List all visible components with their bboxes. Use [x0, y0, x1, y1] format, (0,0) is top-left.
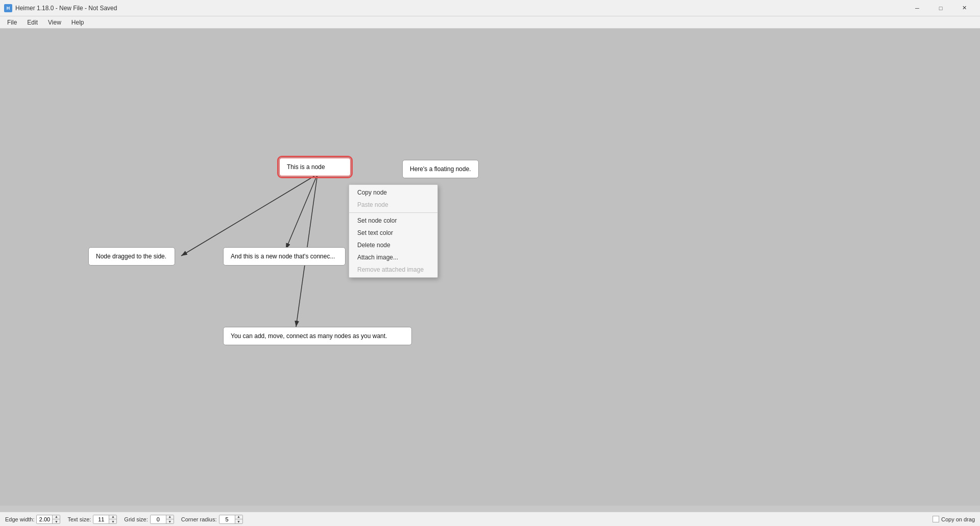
text-size-up[interactable]: ▲	[109, 515, 116, 519]
arrows-svg	[0, 29, 980, 506]
context-menu-separator-1	[349, 212, 437, 213]
grid-size-down[interactable]: ▼	[166, 519, 174, 524]
node-1-text: This is a node	[287, 163, 325, 171]
node-5-text: You can add, move, connect as many nodes…	[231, 332, 387, 340]
node-3[interactable]: Node dragged to the side.	[88, 247, 175, 266]
grid-size-label: Grid size:	[124, 516, 148, 522]
text-size-down[interactable]: ▼	[109, 519, 116, 524]
edge-width-input[interactable]	[37, 515, 52, 523]
minimize-button[interactable]: ─	[905, 0, 929, 16]
menu-help[interactable]: Help	[66, 18, 89, 27]
node-5[interactable]: You can add, move, connect as many nodes…	[223, 327, 412, 345]
text-size-label: Text size:	[67, 516, 91, 522]
edge-width-spinner[interactable]: ▲ ▼	[36, 515, 60, 524]
text-size-field: Text size: ▲ ▼	[67, 515, 117, 524]
svg-line-2	[286, 174, 317, 249]
statusbar: Edge width: ▲ ▼ Text size: ▲ ▼ Grid size…	[0, 512, 980, 526]
grid-size-input[interactable]	[151, 515, 166, 523]
maximize-button[interactable]: □	[929, 0, 952, 16]
edge-width-up[interactable]: ▲	[53, 515, 60, 519]
copy-on-drag-label: Copy on drag	[941, 516, 975, 522]
context-menu-set-text-color[interactable]: Set text color	[349, 227, 437, 239]
edge-width-spinner-btns: ▲ ▼	[52, 515, 60, 524]
node-1[interactable]: This is a node	[279, 158, 351, 176]
edge-width-down[interactable]: ▼	[53, 519, 60, 524]
context-menu-attach-image[interactable]: Attach image...	[349, 251, 437, 264]
corner-radius-input[interactable]	[219, 515, 235, 523]
context-menu-copy-node[interactable]: Copy node	[349, 186, 437, 199]
corner-radius-label: Corner radius:	[181, 516, 217, 522]
corner-radius-down[interactable]: ▼	[235, 519, 242, 524]
node-4[interactable]: And this is a new node that's connec...	[223, 247, 346, 266]
context-menu-delete-node[interactable]: Delete node	[349, 239, 437, 251]
edge-width-label: Edge width:	[5, 516, 34, 522]
grid-size-spinner[interactable]: ▲ ▼	[150, 515, 174, 524]
context-menu-set-node-color[interactable]: Set node color	[349, 214, 437, 227]
corner-radius-up[interactable]: ▲	[235, 515, 242, 519]
window-title: Heimer 1.18.0 - New File - Not Saved	[15, 5, 905, 12]
menubar: File Edit View Help	[0, 16, 980, 29]
corner-radius-spinner-btns: ▲ ▼	[235, 515, 242, 524]
copy-on-drag-checkbox[interactable]	[933, 516, 939, 522]
node-3-text: Node dragged to the side.	[96, 253, 166, 260]
text-size-input[interactable]	[93, 515, 109, 523]
edge-width-field: Edge width: ▲ ▼	[5, 515, 60, 524]
menu-file[interactable]: File	[2, 18, 22, 27]
text-size-spinner[interactable]: ▲ ▼	[93, 515, 117, 524]
text-size-spinner-btns: ▲ ▼	[109, 515, 116, 524]
canvas[interactable]: This is a node Here's a floating node. N…	[0, 29, 980, 506]
app-icon: H	[4, 4, 12, 12]
context-menu-paste-node: Paste node	[349, 199, 437, 211]
svg-line-1	[181, 174, 317, 256]
corner-radius-spinner[interactable]: ▲ ▼	[219, 515, 243, 524]
node-4-text: And this is a new node that's connec...	[231, 253, 335, 260]
menu-edit[interactable]: Edit	[22, 18, 43, 27]
close-button[interactable]: ✕	[952, 0, 976, 16]
corner-radius-field: Corner radius: ▲ ▼	[181, 515, 243, 524]
menu-view[interactable]: View	[43, 18, 66, 27]
context-menu-remove-attached-image: Remove attached image	[349, 264, 437, 276]
node-2[interactable]: Here's a floating node.	[402, 160, 479, 178]
grid-size-spinner-btns: ▲ ▼	[166, 515, 174, 524]
grid-size-field: Grid size: ▲ ▼	[124, 515, 174, 524]
copy-on-drag-field: Copy on drag	[933, 516, 975, 522]
window-controls: ─ □ ✕	[905, 0, 976, 16]
titlebar: H Heimer 1.18.0 - New File - Not Saved ─…	[0, 0, 980, 16]
node-2-text: Here's a floating node.	[410, 165, 471, 173]
context-menu: Copy node Paste node Set node color Set …	[349, 184, 438, 278]
grid-size-up[interactable]: ▲	[166, 515, 174, 519]
